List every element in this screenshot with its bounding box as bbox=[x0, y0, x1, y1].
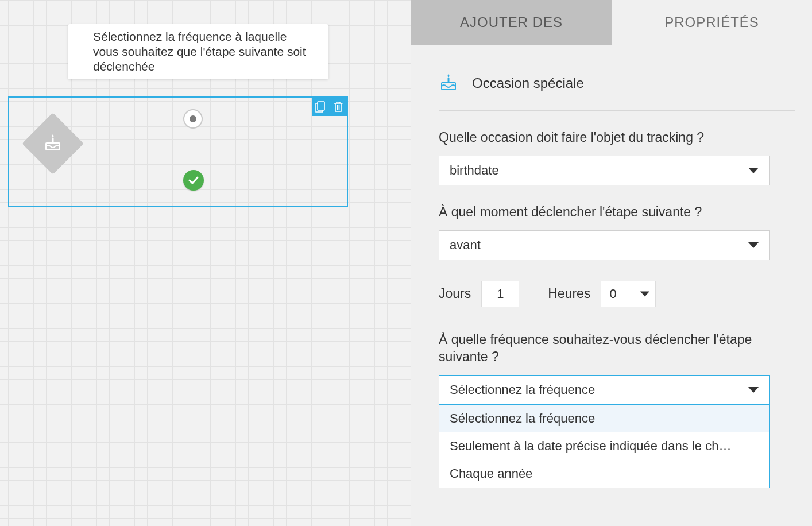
days-input[interactable] bbox=[481, 281, 519, 307]
delete-icon[interactable] bbox=[333, 101, 343, 113]
panel-tabs: AJOUTER DES PROPRIÉTÉS bbox=[411, 0, 812, 45]
frequency-label: À quelle fréquence souhaitez-vous déclen… bbox=[439, 331, 795, 366]
svg-rect-2 bbox=[52, 138, 54, 143]
frequency-dropdown: Sélectionnez la fréquence Seulement à la… bbox=[439, 405, 770, 488]
chevron-down-icon bbox=[640, 291, 649, 296]
cake-icon bbox=[439, 72, 458, 94]
section-title: Occasion spéciale bbox=[472, 75, 584, 91]
duplicate-icon[interactable] bbox=[315, 101, 326, 113]
occasion-select-value: birthdate bbox=[450, 163, 499, 178]
frequency-option[interactable]: Seulement à la date précise indiquée dan… bbox=[439, 432, 769, 460]
hours-select-value: 0 bbox=[609, 287, 616, 301]
svg-rect-0 bbox=[318, 102, 324, 110]
chevron-down-icon bbox=[748, 242, 759, 248]
chevron-down-icon bbox=[748, 387, 759, 393]
section-header: Occasion spéciale bbox=[439, 72, 795, 111]
status-check-icon bbox=[183, 170, 204, 191]
svg-rect-1 bbox=[46, 143, 60, 150]
node-description: Sélectionnez la fréquence à laquelle vou… bbox=[93, 29, 312, 75]
workflow-canvas[interactable]: Sélectionnez la fréquence à laquelle vou… bbox=[0, 0, 411, 526]
tab-properties[interactable]: PROPRIÉTÉS bbox=[612, 0, 812, 45]
hours-label: Heures bbox=[548, 286, 590, 301]
days-label: Jours bbox=[439, 286, 471, 301]
timing-mode-select-value: avant bbox=[450, 238, 481, 253]
chevron-down-icon bbox=[748, 168, 759, 173]
tab-add[interactable]: AJOUTER DES bbox=[411, 0, 612, 45]
node-toolbar bbox=[312, 98, 347, 116]
node-connector-top[interactable] bbox=[183, 109, 203, 129]
cake-icon bbox=[43, 133, 63, 152]
hours-select[interactable]: 0 bbox=[601, 281, 656, 307]
properties-panel: AJOUTER DES PROPRIÉTÉS Occasion spéciale… bbox=[411, 0, 812, 526]
svg-rect-4 bbox=[448, 78, 450, 83]
timing-mode-label: À quel moment déclencher l'étape suivant… bbox=[439, 204, 795, 221]
svg-rect-3 bbox=[442, 83, 455, 90]
workflow-node-card[interactable]: Sélectionnez la fréquence à laquelle vou… bbox=[68, 24, 328, 79]
frequency-select[interactable]: Sélectionnez la fréquence bbox=[439, 375, 770, 405]
occasion-label: Quelle occasion doit faire l'objet du tr… bbox=[439, 129, 795, 146]
frequency-option[interactable]: Sélectionnez la fréquence bbox=[439, 405, 769, 432]
frequency-option[interactable]: Chaque année bbox=[439, 460, 769, 488]
timing-offset-row: Jours Heures 0 bbox=[439, 281, 795, 307]
frequency-select-value: Sélectionnez la fréquence bbox=[450, 382, 595, 397]
timing-mode-select[interactable]: avant bbox=[439, 230, 770, 260]
occasion-select[interactable]: birthdate bbox=[439, 156, 770, 185]
